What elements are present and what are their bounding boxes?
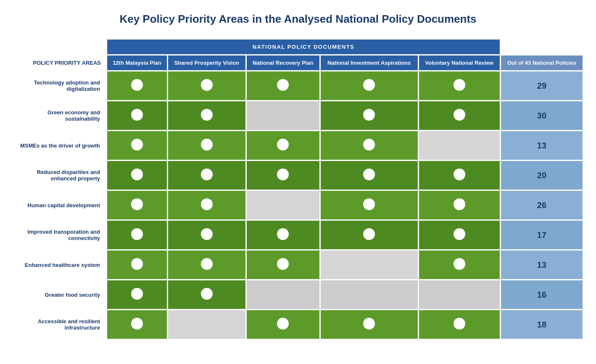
cell-nrp-row1 [247,101,319,130]
cell-vnr-row2 [419,131,500,160]
row-label: Reduced disparities and enhanced propert… [13,161,106,190]
cell-nia-row0 [321,71,418,100]
corner-cell-right [501,40,583,54]
row-label: Enhanced healthcare system [13,251,106,279]
cell-plan12-row1 [107,101,167,130]
cell-nrp-row8 [247,310,319,339]
cell-nia-row4 [321,191,418,219]
count-row3: 20 [501,161,583,190]
circle-indicator [201,109,213,121]
circle-indicator [201,169,213,180]
circle-indicator [201,198,213,210]
cell-spv-row4 [168,191,245,219]
col-header-nrp: National Recovery Plan [247,55,319,70]
circle-indicator [201,228,213,240]
cell-plan12-row6 [107,251,167,279]
circle-indicator [131,228,143,240]
circle-indicator [454,318,465,330]
main-container: Key Policy Priority Areas in the Analyse… [12,13,584,340]
policy-table: NATIONAL POLICY DOCUMENTS POLICY PRIORIT… [12,38,584,340]
circle-indicator [363,109,375,121]
circle-indicator [131,79,143,91]
count-row6: 13 [501,251,583,279]
cell-spv-row2 [168,131,245,160]
circle-indicator [277,258,289,270]
cell-nrp-row7 [247,280,319,309]
count-row4: 26 [501,191,583,219]
col-header-vnr: Voluntary National Review [419,55,500,70]
row-label: MSMEs as the driver of growth [13,131,106,160]
circle-indicator [454,198,465,210]
cell-vnr-row0 [419,71,500,100]
cell-plan12-row2 [107,131,167,160]
policy-table-wrapper: NATIONAL POLICY DOCUMENTS POLICY PRIORIT… [12,38,584,340]
circle-indicator [454,79,465,91]
circle-indicator [363,79,375,91]
cell-nia-row6 [321,251,418,279]
circle-indicator [454,228,465,240]
policy-priority-label: POLICY PRIORITY AREAS [13,55,106,70]
cell-vnr-row4 [419,191,500,219]
banner-cell: NATIONAL POLICY DOCUMENTS [107,40,500,54]
circle-indicator [131,109,143,121]
cell-plan12-row3 [107,161,167,190]
row-label: Improved transporation and connectivity [13,221,106,249]
cell-plan12-row4 [107,191,167,219]
cell-vnr-row8 [419,310,500,339]
circle-indicator [454,258,465,270]
col-header-count: Out of 43 National Policies [501,55,583,70]
col-header-spv: Shared Prosperity Vision [168,55,245,70]
circle-indicator [277,79,289,91]
circle-indicator [201,79,213,91]
cell-spv-row3 [168,161,245,190]
circle-indicator [363,228,375,240]
count-row1: 30 [501,101,583,130]
circle-indicator [131,258,143,270]
circle-indicator [454,109,465,121]
cell-nrp-row0 [247,71,319,100]
cell-plan12-row7 [107,280,167,309]
count-row7: 16 [501,280,583,309]
circle-indicator [201,288,213,300]
cell-spv-row8 [168,310,245,339]
circle-indicator [131,288,143,300]
circle-indicator [131,169,143,180]
circle-indicator [131,318,143,330]
col-header-nia: National Investment Aspirations [321,55,418,70]
circle-indicator [454,169,465,180]
circle-indicator [363,139,375,150]
circle-indicator [201,139,213,150]
cell-nia-row8 [321,310,418,339]
circle-indicator [131,198,143,210]
cell-nia-row5 [321,221,418,249]
cell-nia-row2 [321,131,418,160]
count-row0: 29 [501,71,583,100]
cell-vnr-row3 [419,161,500,190]
row-label: Technology adoption and digitalization [13,71,106,100]
cell-nrp-row5 [247,221,319,249]
circle-indicator [363,169,375,180]
cell-vnr-row7 [419,280,500,309]
circle-indicator [277,318,289,330]
cell-nia-row3 [321,161,418,190]
circle-indicator [363,318,375,330]
cell-vnr-row6 [419,251,500,279]
cell-nrp-row4 [247,191,319,219]
cell-nia-row1 [321,101,418,130]
circle-indicator [201,258,213,270]
row-label: Greater food security [13,280,106,309]
count-row8: 18 [501,310,583,339]
cell-spv-row1 [168,101,245,130]
circle-indicator [131,139,143,150]
circle-indicator [363,198,375,210]
cell-nrp-row3 [247,161,319,190]
cell-plan12-row0 [107,71,167,100]
row-label: Human capital development [13,191,106,219]
cell-nia-row7 [321,280,418,309]
circle-indicator [277,139,289,150]
cell-spv-row6 [168,251,245,279]
count-row5: 17 [501,221,583,249]
page-title: Key Policy Priority Areas in the Analyse… [12,13,584,26]
count-row2: 13 [501,131,583,160]
cell-spv-row7 [168,280,245,309]
